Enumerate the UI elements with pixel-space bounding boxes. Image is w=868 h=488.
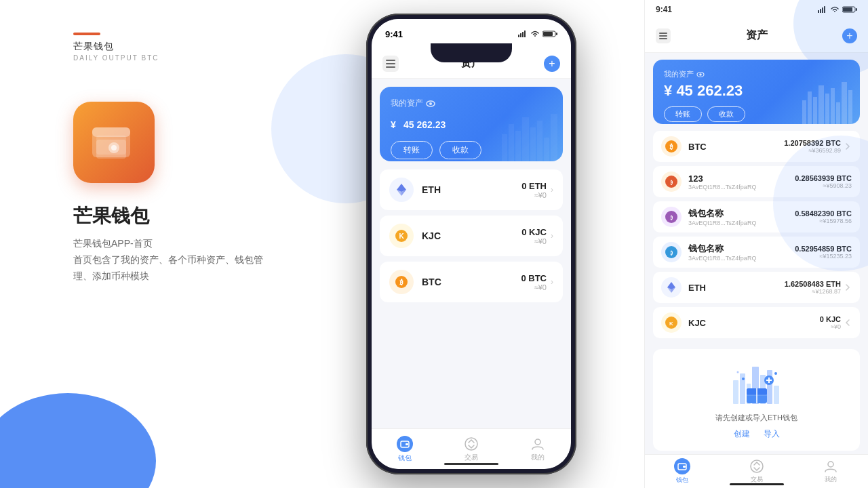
svg-rect-1 (92, 127, 130, 137)
right-card-deco (799, 77, 860, 124)
add-button[interactable]: + (544, 56, 560, 72)
svg-rect-13 (386, 60, 395, 61)
svg-rect-21 (522, 117, 529, 161)
eth-create-links: 创建 导入 (664, 428, 849, 440)
right-kjc-chevron (844, 319, 852, 327)
blob-bottom (0, 393, 156, 488)
svg-text:₿: ₿ (670, 180, 673, 185)
nav-wallet[interactable]: 钱包 (372, 429, 438, 469)
app-description: 芒果钱包APP-首页 首页包含了我的资产、各个币种资产、钱包管 理、添加币种模块 (73, 236, 263, 284)
svg-point-87 (736, 371, 738, 373)
svg-rect-89 (683, 466, 686, 468)
nav-trade-label: 交易 (465, 453, 478, 462)
svg-rect-52 (818, 85, 824, 124)
svg-rect-76 (767, 370, 772, 404)
phone-notch (431, 43, 512, 62)
blob-decoration (271, 54, 366, 203)
svg-rect-34 (406, 443, 408, 445)
right-kjc-info: KJC (688, 318, 820, 328)
svg-rect-18 (502, 134, 507, 161)
right-bottom-nav: 钱包 交易 我的 (645, 454, 868, 488)
svg-point-48 (699, 73, 702, 76)
svg-point-17 (429, 102, 432, 105)
btc-arrow: › (551, 277, 553, 287)
svg-rect-51 (813, 97, 817, 124)
btc-name: BTC (422, 277, 521, 287)
right-eth-amount: 1.62508483 ETH ≈¥1268.87 (785, 280, 841, 295)
svg-rect-53 (825, 94, 829, 124)
home-indicator (444, 463, 498, 465)
svg-text:K: K (399, 232, 404, 240)
right-receive-button[interactable]: 收款 (707, 106, 745, 122)
eth-name: ETH (422, 184, 521, 195)
coin-item-eth[interactable]: ETH 0 ETH ≈¥0 › (380, 169, 563, 210)
svg-rect-46 (659, 38, 667, 39)
svg-rect-56 (842, 82, 847, 124)
right-coin-kjc[interactable]: K KJC 0 KJC ≈¥0 (653, 307, 860, 338)
right-kjc-icon: K (661, 312, 682, 333)
eth-create-link[interactable]: 创建 (734, 428, 750, 440)
coin-item-btc[interactable]: ₿ BTC 0 BTC ≈¥0 › (380, 262, 563, 302)
right-coin-eth[interactable]: ETH 1.62508483 ETH ≈¥1268.87 (653, 272, 860, 303)
svg-rect-19 (509, 124, 514, 161)
assets-card: 我的资产 ¥ 45 262.23 转账 收款 (380, 87, 563, 161)
coin-list: ETH 0 ETH ≈¥0 › K KJC 0 KJC ≈¥ (372, 169, 571, 302)
svg-rect-71 (733, 380, 738, 404)
phone-mockup: 9:41 (366, 14, 576, 474)
svg-rect-6 (518, 35, 519, 37)
nav-mine-label: 我的 (531, 453, 545, 462)
right-kjc-amount: 0 KJC ≈¥0 (820, 315, 841, 330)
left-panel: 芒果钱包 DAILY OUTPUT BTC 芒果钱包 芒果钱包APP-首页 首页… (0, 0, 366, 488)
svg-rect-44 (659, 33, 667, 34)
status-icons (518, 30, 557, 37)
right-wallet2-icon: ₿ (661, 242, 682, 262)
right-nav-wallet[interactable]: 钱包 (645, 455, 719, 488)
coin-item-kjc[interactable]: K KJC 0 KJC ≈¥0 › (380, 216, 563, 256)
svg-rect-23 (537, 121, 542, 161)
signal-icon (518, 30, 528, 37)
eth-import-link[interactable]: 导入 (764, 428, 780, 440)
right-eth-chevron (844, 283, 852, 291)
right-eye-icon (696, 70, 705, 79)
brand-subtitle: DAILY OUTPUT BTC (73, 54, 159, 62)
right-topbar-title: 资产 (746, 28, 768, 43)
app-title: 芒果钱包 (73, 203, 149, 229)
svg-point-36 (535, 439, 540, 445)
right-wallet2-info: 钱包名称 3AvEQt1R8...TsZ4fpaRQ (688, 243, 795, 262)
svg-point-91 (828, 462, 833, 467)
svg-point-86 (774, 372, 777, 375)
svg-rect-45 (659, 35, 667, 37)
receive-button[interactable]: 收款 (439, 141, 481, 159)
right-menu-icon[interactable] (656, 28, 671, 43)
right-btc-info: BTC (688, 142, 784, 152)
status-time: 9:41 (385, 29, 403, 39)
transfer-button[interactable]: 转账 (391, 141, 433, 159)
wifi-icon (530, 30, 540, 37)
eth-icon (389, 178, 414, 202)
right-btc-icon: ₿ (661, 136, 682, 157)
phone-screen: 9:41 (372, 19, 571, 469)
trade-nav-icon (464, 436, 479, 451)
svg-rect-55 (836, 102, 840, 124)
right-status-time: 9:41 (656, 5, 672, 14)
battery-icon (542, 30, 557, 37)
eth-arrow: › (551, 185, 553, 195)
svg-rect-57 (848, 90, 852, 124)
svg-rect-77 (774, 386, 779, 404)
svg-text:₿: ₿ (670, 215, 673, 220)
eth-create-text: 请先创建或导入ETH钱包 (664, 413, 849, 423)
right-transfer-button[interactable]: 转账 (664, 106, 702, 122)
right-trade-nav-icon (749, 459, 764, 474)
svg-rect-7 (520, 33, 521, 37)
app-icon-svg (87, 115, 141, 169)
svg-text:₿: ₿ (670, 250, 673, 256)
right-nav-mine[interactable]: 我的 (793, 455, 868, 488)
menu-icon[interactable] (382, 56, 399, 72)
right-wallet-nav-icon (674, 458, 690, 474)
btc-icon: ₿ (389, 270, 414, 294)
right-panel: 9:41 资产 + (644, 0, 868, 488)
right-nav-wallet-label: 钱包 (676, 476, 688, 485)
svg-rect-49 (802, 100, 806, 124)
btc-amount: 0 BTC ≈¥0 (521, 273, 547, 291)
kjc-name: KJC (422, 230, 521, 241)
